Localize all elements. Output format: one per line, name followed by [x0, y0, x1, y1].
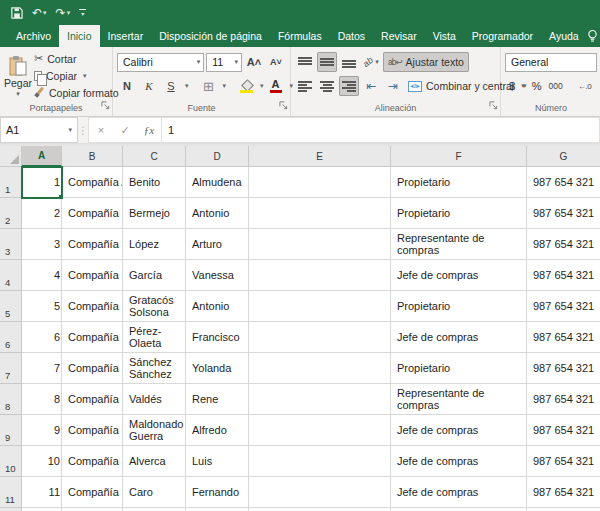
cell-F5[interactable]: Propietario: [391, 291, 527, 322]
cell-B3[interactable]: Compañía C: [62, 229, 123, 260]
cell-F2[interactable]: Propietario: [391, 198, 527, 229]
row-header-2[interactable]: 2: [0, 198, 22, 229]
increase-indent-button[interactable]: ⇥: [383, 76, 403, 96]
cell-A8[interactable]: 8: [22, 384, 62, 415]
wrap-text-button[interactable]: ab↩ Ajustar texto: [383, 52, 469, 72]
select-all-button[interactable]: [0, 146, 22, 167]
font-name-select[interactable]: Calibri ▾: [117, 53, 204, 72]
cell-A11[interactable]: 11: [22, 477, 62, 508]
cell-F4[interactable]: Jefe de compras: [391, 260, 527, 291]
enter-icon[interactable]: ✓: [113, 124, 137, 137]
cell-B10[interactable]: Compañía J: [62, 446, 123, 477]
cell-A6[interactable]: 6: [22, 322, 62, 353]
font-size-select[interactable]: 11 ▾: [206, 53, 242, 72]
tab-vista[interactable]: Vista: [425, 25, 464, 47]
cell-E10[interactable]: [249, 446, 391, 477]
cell-E3[interactable]: [249, 229, 391, 260]
percent-button[interactable]: %: [529, 76, 545, 96]
cell-G3[interactable]: 987 654 321: [527, 229, 600, 260]
dialog-launcher-icon[interactable]: [279, 96, 288, 114]
tab-insertar[interactable]: Insertar: [100, 25, 152, 47]
dropdown-arrow-icon[interactable]: ▾: [223, 82, 227, 90]
tab-formulas[interactable]: Fórmulas: [270, 25, 330, 47]
cell-A7[interactable]: 7: [22, 353, 62, 384]
cell-D7[interactable]: Yolanda: [186, 353, 249, 384]
row-header-6[interactable]: 6: [0, 322, 22, 353]
orientation-button[interactable]: ab▾: [361, 52, 381, 72]
column-header-A[interactable]: A: [22, 146, 62, 167]
row-header-8[interactable]: 8: [0, 384, 22, 415]
shrink-font-button[interactable]: A˅: [266, 52, 286, 72]
column-header-E[interactable]: E: [249, 146, 391, 167]
increase-decimal-button[interactable]: ←.0: [575, 76, 595, 96]
cell-F9[interactable]: Jefe de compras: [391, 415, 527, 446]
align-left-button[interactable]: [295, 76, 315, 96]
dropdown-arrow-icon[interactable]: ▾: [68, 126, 72, 134]
tab-programador[interactable]: Programador: [464, 25, 541, 47]
name-box[interactable]: A1 ▾: [0, 117, 78, 143]
cell-D3[interactable]: Arturo: [186, 229, 249, 260]
cell-E5[interactable]: [249, 291, 391, 322]
cell-D10[interactable]: Luis: [186, 446, 249, 477]
cell-A2[interactable]: 2: [22, 198, 62, 229]
cell-E8[interactable]: [249, 384, 391, 415]
cell-B11[interactable]: Compañía K: [62, 477, 123, 508]
cell-A4[interactable]: 4: [22, 260, 62, 291]
cell-G4[interactable]: 987 654 321: [527, 260, 600, 291]
cell-C5[interactable]: Gratacós Solsona: [123, 291, 186, 322]
cell-A10[interactable]: 10: [22, 446, 62, 477]
font-color-button[interactable]: A: [266, 76, 286, 96]
row-header-10[interactable]: 10: [0, 446, 22, 477]
dropdown-arrow-icon[interactable]: ▾: [16, 90, 20, 98]
row-header-5[interactable]: 5: [0, 291, 22, 322]
cell-F8[interactable]: Representante de compras: [391, 384, 527, 415]
cell-E4[interactable]: [249, 260, 391, 291]
cell-D9[interactable]: Alfredo: [186, 415, 249, 446]
tab-datos[interactable]: Datos: [330, 25, 373, 47]
cell-B9[interactable]: Compañía I: [62, 415, 123, 446]
comma-style-button[interactable]: 000: [547, 76, 565, 96]
decrease-decimal-button[interactable]: .00: [597, 76, 600, 96]
column-header-C[interactable]: C: [123, 146, 186, 167]
fill-handle[interactable]: [58, 194, 62, 198]
cell-B7[interactable]: Compañía G: [62, 353, 123, 384]
italic-button[interactable]: K: [139, 76, 159, 96]
cell-G11[interactable]: 987 654 321: [527, 477, 600, 508]
cell-E7[interactable]: [249, 353, 391, 384]
underline-button[interactable]: S: [161, 76, 181, 96]
bold-button[interactable]: N: [117, 76, 137, 96]
tab-inicio[interactable]: Inicio: [59, 25, 100, 47]
cell-A9[interactable]: 9: [22, 415, 62, 446]
cell-D2[interactable]: Antonio: [186, 198, 249, 229]
cell-F10[interactable]: Jefe de compras: [391, 446, 527, 477]
cancel-icon[interactable]: ×: [89, 124, 113, 136]
column-header-F[interactable]: F: [391, 146, 527, 167]
dropdown-arrow-icon[interactable]: ▾: [260, 82, 264, 90]
cell-C7[interactable]: Sánchez Sánchez: [123, 353, 186, 384]
cell-G8[interactable]: 987 654 321: [527, 384, 600, 415]
dialog-launcher-icon[interactable]: [101, 96, 110, 114]
cell-D5[interactable]: Antonio: [186, 291, 249, 322]
tab-archivo[interactable]: Archivo: [8, 25, 59, 47]
grow-font-button[interactable]: A˄: [244, 52, 264, 72]
cell-F7[interactable]: Propietario: [391, 353, 527, 384]
row-header-7[interactable]: 7: [0, 353, 22, 384]
cell-E11[interactable]: [249, 477, 391, 508]
undo-button[interactable]: ↶▾: [32, 7, 47, 19]
tab-ayuda[interactable]: Ayuda: [541, 25, 587, 47]
dialog-launcher-icon[interactable]: [489, 96, 498, 114]
tab-disposicion-de-pagina[interactable]: Disposición de página: [151, 25, 270, 47]
formula-input[interactable]: 1: [162, 117, 600, 143]
cell-A5[interactable]: 5: [22, 291, 62, 322]
align-top-button[interactable]: [295, 52, 315, 72]
redo-button[interactable]: ↷▾: [56, 7, 71, 19]
cell-C9[interactable]: Maldonado Guerra: [123, 415, 186, 446]
cell-E1[interactable]: [249, 167, 391, 198]
dropdown-arrow-icon[interactable]: ▾: [523, 82, 527, 90]
column-header-G[interactable]: G: [527, 146, 600, 167]
cell-D8[interactable]: Rene: [186, 384, 249, 415]
cell-G6[interactable]: 987 654 321: [527, 322, 600, 353]
cell-D4[interactable]: Vanessa: [186, 260, 249, 291]
cell-B5[interactable]: Compañía E: [62, 291, 123, 322]
row-header-4[interactable]: 4: [0, 260, 22, 291]
